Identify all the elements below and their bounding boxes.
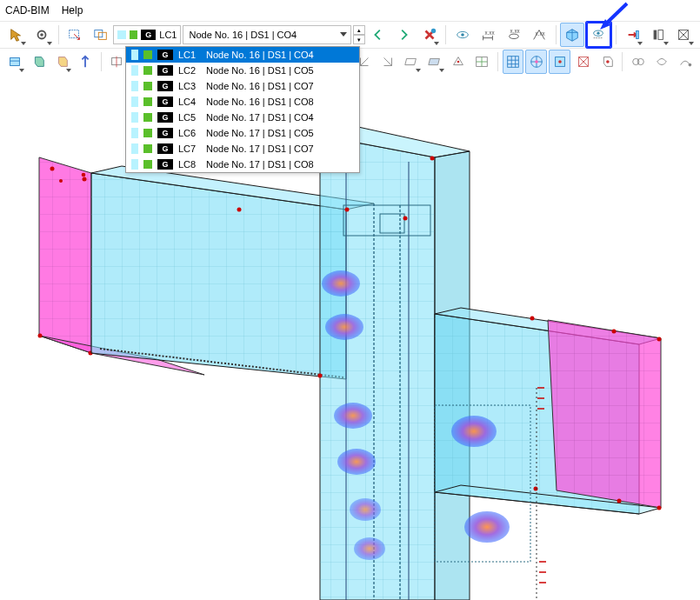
dropdown-desc: Node No. 16 | DS1 | CO5 bbox=[206, 65, 314, 76]
dropdown-code: LC6 bbox=[178, 128, 201, 138]
annotation-arrow bbox=[597, 2, 631, 36]
tool-selbox[interactable] bbox=[63, 23, 87, 47]
dropdown-item[interactable]: GLC8Node No. 17 | DS1 | CO8 bbox=[126, 157, 359, 172]
lc-spinner[interactable]: ▴▾ bbox=[353, 25, 365, 44]
tool-r2-plane3[interactable] bbox=[448, 50, 470, 74]
swatch-icon bbox=[143, 113, 152, 122]
tool-selbox2[interactable] bbox=[89, 23, 112, 47]
swatch-icon bbox=[131, 112, 138, 123]
tool-r2-plane1[interactable] bbox=[401, 50, 423, 74]
g-badge: G bbox=[157, 112, 173, 123]
tool-r2-plane4[interactable] bbox=[471, 50, 493, 74]
dropdown-item[interactable]: GLC7Node No. 17 | DS1 | CO7 bbox=[126, 141, 359, 157]
separator bbox=[58, 25, 59, 44]
tool-section1[interactable] bbox=[646, 23, 670, 47]
chevron-down-icon bbox=[21, 42, 26, 45]
chevron-down-icon bbox=[637, 42, 643, 45]
lc-combo[interactable]: Node No. 16 | DS1 | CO4 bbox=[183, 25, 351, 44]
dropdown-item[interactable]: GLC1Node No. 16 | DS1 | CO4 bbox=[126, 47, 359, 63]
tool-r2-end3[interactable] bbox=[674, 50, 696, 74]
lc-prev[interactable] bbox=[366, 23, 390, 47]
g-badge: G bbox=[157, 81, 173, 91]
svg-point-56 bbox=[451, 416, 497, 447]
dropdown-code: LC4 bbox=[178, 97, 201, 107]
svg-text:x.xx: x.xx bbox=[535, 30, 545, 37]
dropdown-item[interactable]: GLC2Node No. 16 | DS1 | CO5 bbox=[126, 63, 359, 78]
svg-text:x.xx: x.xx bbox=[510, 28, 520, 34]
tool-iso[interactable] bbox=[560, 23, 583, 47]
tool-r2-plane2[interactable] bbox=[424, 50, 446, 74]
svg-point-62 bbox=[403, 217, 408, 221]
menu-cadbim[interactable]: CAD-BIM bbox=[5, 4, 50, 17]
svg-point-46 bbox=[612, 330, 617, 334]
chevron-down-icon bbox=[689, 42, 694, 45]
tool-r2-sym2[interactable] bbox=[596, 50, 617, 74]
g-badge: G bbox=[141, 30, 156, 40]
lc-badge[interactable]: G LC1 bbox=[113, 25, 181, 44]
tool-r2-slice1[interactable] bbox=[106, 50, 128, 74]
tool-r2-end2[interactable] bbox=[650, 50, 672, 74]
tool-r2-cube1[interactable] bbox=[28, 50, 50, 74]
tool-r2-sym1[interactable] bbox=[572, 50, 594, 74]
separator bbox=[622, 52, 623, 71]
tool-r2-grid2[interactable] bbox=[525, 50, 547, 74]
swatch-icon bbox=[143, 50, 152, 59]
tool-r2-end1[interactable] bbox=[627, 50, 649, 74]
tool-r2-nav2[interactable] bbox=[377, 50, 399, 74]
spin-down-icon[interactable]: ▾ bbox=[353, 35, 365, 44]
tool-x[interactable] bbox=[417, 23, 441, 47]
svg-point-43 bbox=[430, 157, 435, 161]
tool-dim1[interactable]: x.xx bbox=[477, 23, 500, 47]
dropdown-item[interactable]: GLC4Node No. 16 | DS1 | CO8 bbox=[126, 94, 359, 110]
svg-point-57 bbox=[464, 511, 510, 543]
tool-select[interactable] bbox=[4, 23, 28, 47]
tool-eye[interactable] bbox=[450, 23, 474, 47]
swatch-icon bbox=[143, 82, 152, 90]
toolbar-row-1: G LC1 Node No. 16 | DS1 | CO4 ▴▾ x.xx x.… bbox=[0, 22, 700, 49]
dropdown-code: LC3 bbox=[178, 81, 201, 91]
swatch-icon bbox=[130, 30, 138, 39]
menu-help[interactable]: Help bbox=[62, 4, 83, 17]
svg-point-9 bbox=[509, 34, 518, 38]
svg-rect-16 bbox=[658, 30, 663, 40]
dropdown-item[interactable]: GLC3Node No. 16 | DS1 | CO7 bbox=[126, 78, 359, 94]
dropdown-desc: Node No. 16 | DS1 | CO8 bbox=[206, 97, 314, 107]
lc-combo-text: Node No. 16 | DS1 | CO4 bbox=[189, 30, 297, 40]
tool-gear[interactable] bbox=[30, 23, 53, 47]
tool-r2-grid1[interactable] bbox=[503, 50, 524, 74]
svg-point-65 bbox=[59, 179, 63, 183]
tool-r2-cube2[interactable] bbox=[51, 50, 73, 74]
spin-up-icon[interactable]: ▴ bbox=[353, 25, 365, 35]
dropdown-code: LC5 bbox=[178, 112, 201, 123]
svg-point-38 bbox=[83, 177, 87, 182]
svg-point-33 bbox=[606, 60, 610, 63]
swatch-icon bbox=[143, 129, 152, 137]
tool-dim2[interactable]: x.xx bbox=[502, 23, 525, 47]
dropdown-desc: Node No. 16 | DS1 | CO4 bbox=[206, 50, 314, 60]
tool-r2-treebox[interactable] bbox=[4, 50, 26, 74]
dropdown-code: LC8 bbox=[178, 159, 201, 170]
dropdown-code: LC1 bbox=[178, 50, 201, 60]
chevron-down-icon bbox=[439, 69, 444, 72]
dropdown-desc: Node No. 16 | DS1 | CO7 bbox=[206, 81, 314, 91]
svg-rect-14 bbox=[636, 31, 638, 39]
separator bbox=[101, 52, 102, 71]
tool-r2-grid3[interactable] bbox=[549, 50, 570, 74]
dropdown-item[interactable]: GLC6Node No. 17 | DS1 | CO5 bbox=[126, 125, 359, 141]
swatch-icon bbox=[131, 128, 138, 138]
separator bbox=[556, 25, 557, 44]
beam-right-end bbox=[548, 320, 662, 510]
swatch-icon bbox=[131, 97, 138, 107]
g-badge: G bbox=[157, 50, 173, 60]
swatch-icon bbox=[131, 65, 138, 76]
lc-next[interactable] bbox=[392, 23, 416, 47]
chevron-down-icon bbox=[416, 69, 421, 72]
tool-dim3[interactable]: x.xx bbox=[527, 23, 550, 47]
svg-point-1 bbox=[40, 33, 43, 37]
svg-point-54 bbox=[350, 498, 381, 521]
tool-section2[interactable] bbox=[672, 23, 696, 47]
lc-dropdown[interactable]: GLC1Node No. 16 | DS1 | CO4GLC2Node No. … bbox=[125, 46, 360, 173]
dropdown-item[interactable]: GLC5Node No. 17 | DS1 | CO4 bbox=[126, 110, 359, 125]
tool-r2-arrow[interactable] bbox=[75, 50, 97, 74]
svg-point-29 bbox=[535, 60, 538, 63]
